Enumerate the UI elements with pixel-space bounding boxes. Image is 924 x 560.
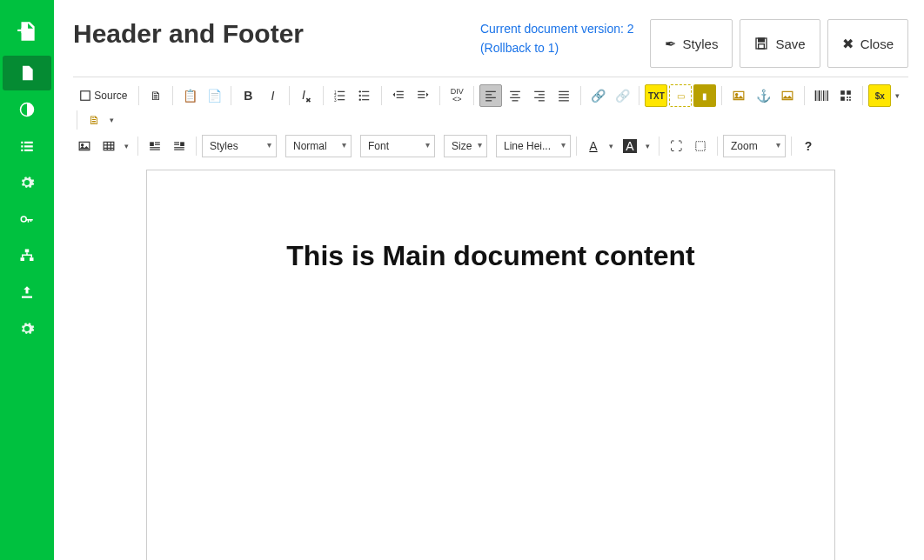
align-right-button[interactable] bbox=[528, 84, 551, 107]
image-btn2[interactable] bbox=[73, 135, 96, 157]
numbered-list-button[interactable]: 123 bbox=[329, 84, 352, 107]
version-rollback-link[interactable]: (Rollback to 1) bbox=[480, 41, 559, 55]
sidebar-item-contrast[interactable] bbox=[3, 92, 51, 127]
svg-point-7 bbox=[21, 217, 26, 222]
main: Header and Footer Current document versi… bbox=[54, 0, 924, 560]
bgcolor-button[interactable]: A bbox=[619, 135, 641, 157]
source-button[interactable]: Source bbox=[73, 84, 133, 107]
float-right-button[interactable] bbox=[168, 135, 191, 157]
doc-menu-dropdown[interactable]: ▾ bbox=[105, 109, 117, 131]
bgcolor-icon: A bbox=[623, 139, 636, 153]
zoom-select[interactable]: Zoom bbox=[723, 135, 786, 157]
styles-button[interactable]: ✒ Styles bbox=[650, 19, 733, 68]
svg-rect-4 bbox=[24, 145, 33, 147]
div-button[interactable]: DIV<> bbox=[445, 84, 468, 107]
sidebar-item-document[interactable] bbox=[3, 56, 51, 90]
barcode-button[interactable] bbox=[810, 84, 833, 107]
align-left-button[interactable] bbox=[479, 84, 502, 107]
svg-rect-70 bbox=[155, 142, 160, 143]
showblocks-button[interactable] bbox=[689, 135, 712, 157]
svg-rect-29 bbox=[397, 97, 404, 98]
link-button[interactable]: 🔗 bbox=[586, 84, 609, 107]
sidebar-item-settings2[interactable] bbox=[3, 311, 51, 346]
variable-dropdown[interactable]: ▾ bbox=[891, 84, 903, 107]
fullscreen-icon: ⛶ bbox=[670, 139, 682, 153]
marker1-button[interactable]: TXT bbox=[645, 84, 667, 107]
align-left-icon bbox=[485, 90, 497, 102]
font-select[interactable]: Font bbox=[360, 135, 435, 157]
textcolor-dropdown[interactable]: ▾ bbox=[605, 135, 617, 157]
italic-button[interactable]: I bbox=[261, 84, 284, 107]
canvas[interactable]: This is Main document content bbox=[73, 161, 908, 560]
table-button[interactable] bbox=[97, 135, 120, 157]
svg-rect-71 bbox=[155, 144, 160, 145]
svg-rect-78 bbox=[174, 150, 184, 150]
float-left-button[interactable] bbox=[144, 135, 166, 157]
svg-point-21 bbox=[359, 90, 361, 92]
save-button[interactable]: Save bbox=[740, 19, 820, 68]
bulleted-list-button[interactable] bbox=[353, 84, 376, 107]
newpage-icon: 🗎 bbox=[150, 89, 162, 103]
sidebar-item-list[interactable] bbox=[3, 129, 51, 163]
fullscreen-button[interactable]: ⛶ bbox=[665, 135, 687, 157]
styles-select[interactable]: Styles bbox=[202, 135, 277, 157]
qrcode-button[interactable] bbox=[834, 84, 857, 107]
div-icon: DIV<> bbox=[451, 88, 464, 103]
svg-rect-40 bbox=[512, 100, 519, 101]
copy-button[interactable]: 📋 bbox=[178, 84, 201, 107]
variable-button[interactable]: $x bbox=[868, 84, 891, 107]
insert-image-button[interactable] bbox=[727, 84, 750, 107]
help-icon: ? bbox=[805, 139, 813, 153]
sidebar-item-settings[interactable] bbox=[3, 165, 51, 200]
format-select[interactable]: Normal bbox=[285, 135, 352, 157]
document-page[interactable]: This is Main document content bbox=[146, 170, 835, 560]
version-current-link[interactable]: Current document version: 2 bbox=[480, 22, 634, 36]
size-select[interactable]: Size bbox=[444, 135, 487, 157]
align-center-button[interactable] bbox=[504, 84, 526, 107]
textcolor-button[interactable]: A bbox=[582, 135, 605, 157]
clearformat-button[interactable]: I✖ bbox=[295, 84, 318, 107]
newpage-button[interactable]: 🗎 bbox=[144, 84, 167, 107]
anchor-button[interactable]: ⚓ bbox=[752, 84, 774, 107]
align-justify-button[interactable] bbox=[552, 84, 575, 107]
insert-image2-button[interactable] bbox=[776, 84, 799, 107]
unlink-button[interactable]: 🔗 bbox=[611, 84, 633, 107]
paste-button[interactable]: 📄 bbox=[203, 84, 225, 107]
svg-rect-63 bbox=[849, 97, 851, 98]
indent-button[interactable] bbox=[412, 84, 434, 107]
svg-rect-24 bbox=[362, 95, 369, 96]
help-button[interactable]: ? bbox=[797, 135, 820, 157]
sidebar-item-upload[interactable] bbox=[3, 275, 51, 310]
marker2-button[interactable]: ▭ bbox=[669, 84, 692, 107]
lineheight-select[interactable]: Line Hei... bbox=[496, 135, 571, 157]
page-title: Header and Footer bbox=[73, 19, 304, 49]
svg-rect-54 bbox=[819, 90, 820, 101]
svg-rect-6 bbox=[24, 150, 33, 151]
outdent-button[interactable] bbox=[387, 84, 410, 107]
svg-rect-56 bbox=[823, 90, 824, 101]
version-block: Current document version: 2 (Rollback to… bbox=[480, 19, 634, 58]
table-dropdown[interactable]: ▾ bbox=[120, 135, 132, 157]
svg-rect-8 bbox=[25, 250, 30, 253]
svg-rect-2 bbox=[24, 142, 33, 143]
sidebar-item-import[interactable] bbox=[3, 9, 51, 54]
source-label: Source bbox=[94, 90, 127, 102]
svg-rect-62 bbox=[847, 97, 849, 98]
sidebar-item-org[interactable] bbox=[3, 238, 51, 273]
marker3-button[interactable]: ▮ bbox=[693, 84, 716, 107]
svg-rect-45 bbox=[559, 91, 570, 92]
document-heading[interactable]: This is Main document content bbox=[199, 240, 782, 272]
close-button[interactable]: ✖ Close bbox=[827, 19, 908, 68]
svg-rect-27 bbox=[397, 91, 404, 92]
bold-button[interactable]: B bbox=[237, 84, 259, 107]
bgcolor-dropdown[interactable]: ▾ bbox=[641, 135, 653, 157]
barcode-icon bbox=[814, 90, 828, 102]
sidebar-item-keys[interactable] bbox=[3, 202, 51, 237]
align-center-icon bbox=[509, 90, 521, 102]
sidebar bbox=[0, 0, 54, 560]
doc-menu-button[interactable]: 🗎 bbox=[83, 109, 105, 131]
lineheight-select-label: Line Hei... bbox=[504, 140, 551, 152]
svg-rect-3 bbox=[21, 145, 23, 147]
svg-point-23 bbox=[359, 95, 361, 97]
document-icon bbox=[18, 63, 36, 83]
